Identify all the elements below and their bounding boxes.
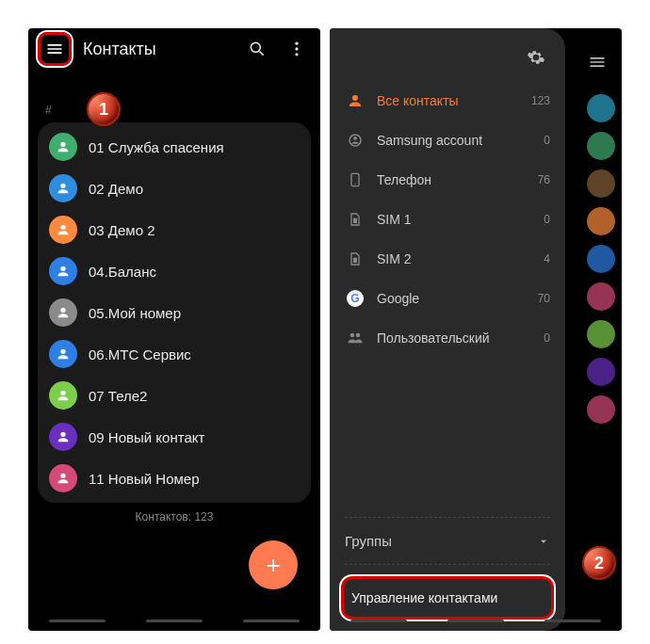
contact-name: 01 Служба спасения <box>89 139 224 155</box>
add-contact-fab[interactable]: + <box>249 540 298 589</box>
account-label: Все контакты <box>377 93 520 108</box>
contact-name: 03 Демо 2 <box>89 222 155 238</box>
hamburger-icon <box>588 53 614 75</box>
avatar <box>49 381 77 410</box>
account-count: 0 <box>544 134 550 147</box>
contact-name: 05.Мой номер <box>89 305 181 321</box>
account-row[interactable]: Samsung account0 <box>330 121 565 160</box>
hamburger-menu-button[interactable] <box>38 32 72 66</box>
svg-point-2 <box>295 42 298 45</box>
contact-row[interactable]: 09 Новый контакт <box>38 416 311 458</box>
phone-right: Все контакты123Samsung account0Телефон76… <box>330 28 622 631</box>
svg-rect-10 <box>353 258 357 263</box>
svg-point-6 <box>353 137 357 140</box>
account-row[interactable]: SIM 10 <box>330 200 565 239</box>
svg-point-3 <box>295 47 298 50</box>
sim-icon <box>345 249 366 269</box>
hamburger-icon <box>45 40 64 58</box>
peek-avatar <box>587 132 615 160</box>
settings-button[interactable] <box>522 43 550 72</box>
peek-avatar <box>587 358 615 386</box>
groups-row[interactable]: Группы <box>330 522 565 560</box>
account-label: Телефон <box>377 172 527 187</box>
sim-icon <box>345 209 366 230</box>
account-count: 0 <box>544 213 550 226</box>
group-icon <box>345 328 366 348</box>
peek-avatar <box>587 395 615 424</box>
contact-name: 09 Новый контакт <box>89 429 204 445</box>
account-row[interactable]: Телефон76 <box>330 160 565 200</box>
account-count: 70 <box>538 292 550 305</box>
android-nav-bar <box>28 610 320 631</box>
person-icon <box>345 90 366 111</box>
account-row[interactable]: GGoogle70 <box>330 279 565 318</box>
samsung-icon <box>345 130 366 151</box>
contact-name: 04.Баланс <box>89 264 156 280</box>
avatar <box>49 174 77 202</box>
svg-point-8 <box>354 184 355 185</box>
contact-name: 11 Новый Номер <box>89 471 200 487</box>
account-label: Samsung account <box>377 133 532 148</box>
nav-drawer: Все контакты123Samsung account0Телефон76… <box>330 28 565 631</box>
contact-row[interactable]: 01 Служба спасения <box>38 126 311 168</box>
plus-icon: + <box>266 551 280 580</box>
contact-name: 02 Демо <box>89 181 143 197</box>
google-icon: G <box>345 288 366 309</box>
android-nav-bar <box>330 610 622 631</box>
peek-avatar <box>587 94 615 122</box>
account-label: Пользовательский <box>377 330 532 346</box>
page-title: Контакты <box>83 40 232 59</box>
manage-contacts-label: Управление контактами <box>351 590 497 605</box>
background-peek <box>580 45 622 610</box>
account-count: 123 <box>531 94 550 107</box>
contact-row[interactable]: 11 Новый Номер <box>38 458 311 499</box>
callout-badge-2: 2 <box>582 546 616 580</box>
search-icon <box>248 40 267 58</box>
peek-avatar <box>587 169 615 198</box>
avatar <box>49 216 77 244</box>
search-button[interactable] <box>243 35 271 63</box>
gear-icon <box>527 48 545 67</box>
svg-rect-9 <box>353 218 357 223</box>
svg-point-4 <box>295 53 298 56</box>
account-row[interactable]: SIM 24 <box>330 239 565 279</box>
contact-list: 01 Служба спасения02 Демо03 Демо 204.Бал… <box>38 122 311 503</box>
topbar: Контакты <box>28 28 320 70</box>
account-count: 76 <box>538 173 550 186</box>
section-index: # <box>28 98 320 122</box>
account-label: Google <box>377 291 527 306</box>
account-row[interactable]: Пользовательский0 <box>330 318 565 358</box>
account-count: 0 <box>544 331 550 345</box>
peek-avatar <box>587 245 615 273</box>
contact-row[interactable]: 02 Демо <box>38 168 311 209</box>
account-list: Все контакты123Samsung account0Телефон76… <box>330 81 565 513</box>
contact-name: 07 Теле2 <box>89 388 147 404</box>
separator <box>345 564 550 565</box>
separator <box>345 517 550 518</box>
avatar <box>49 423 77 451</box>
more-vert-icon <box>287 40 306 58</box>
contact-row[interactable]: 06.МТС Сервис <box>38 333 311 375</box>
callout-badge-1: 1 <box>87 92 121 126</box>
contact-row[interactable]: 05.Мой номер <box>38 292 311 333</box>
avatar <box>49 340 77 368</box>
svg-line-1 <box>260 52 264 56</box>
avatar <box>49 464 77 492</box>
svg-point-11 <box>350 333 355 338</box>
peek-avatar <box>587 282 615 311</box>
groups-label: Группы <box>345 533 537 549</box>
contact-name: 06.МТС Сервис <box>89 346 191 362</box>
account-row[interactable]: Все контакты123 <box>330 81 565 121</box>
account-label: SIM 2 <box>377 251 532 266</box>
peek-avatar <box>587 207 615 235</box>
contact-row[interactable]: 07 Теле2 <box>38 375 311 416</box>
account-count: 4 <box>544 252 550 266</box>
avatar <box>49 257 77 285</box>
phone-left: Контакты # 01 Служба спасения02 Демо03 Д… <box>28 28 320 631</box>
avatar <box>49 133 77 161</box>
svg-point-5 <box>349 135 361 146</box>
phone-icon <box>345 169 366 190</box>
overflow-button[interactable] <box>283 35 311 63</box>
contact-row[interactable]: 03 Демо 2 <box>38 209 311 250</box>
contact-row[interactable]: 04.Баланс <box>38 250 311 292</box>
